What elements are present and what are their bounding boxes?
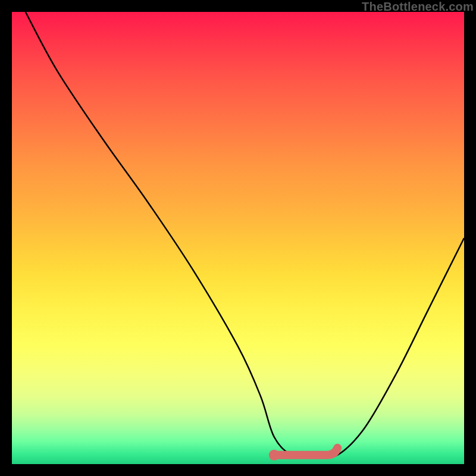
optimal-zone-start-dot xyxy=(269,450,280,461)
curve-svg xyxy=(12,12,464,464)
bottleneck-curve xyxy=(26,12,464,457)
chart-frame: TheBottleneck.com xyxy=(0,0,476,476)
plot-area xyxy=(12,12,464,464)
